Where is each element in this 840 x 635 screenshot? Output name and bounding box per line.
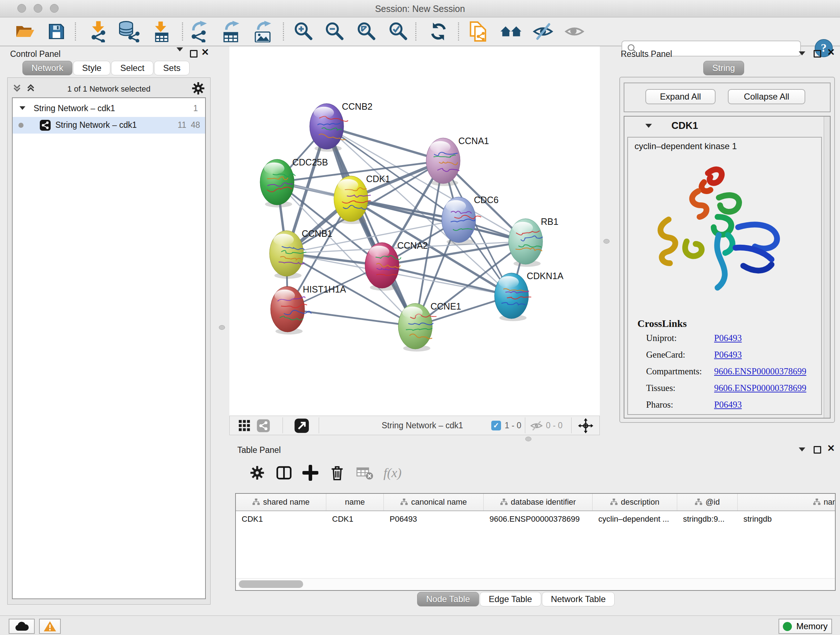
open-session-icon[interactable]: [15, 21, 35, 42]
network-edge[interactable]: [327, 126, 443, 161]
hide-selected-eye-icon[interactable]: [532, 21, 554, 42]
zoom-out-icon[interactable]: [325, 21, 344, 42]
table-cell: CDK1: [236, 511, 326, 527]
pan-crosshair-icon[interactable]: [578, 418, 594, 434]
tab-network-table[interactable]: Network Table: [542, 592, 615, 606]
column-label: canonical name: [411, 497, 467, 507]
table-horizontal-scrollbar[interactable]: [236, 578, 835, 590]
show-columns-icon[interactable]: [276, 463, 292, 482]
network-canvas[interactable]: CCNB2CCNA1CDC25BCDK1CDC6RB1CCNB1CCNA2CDK…: [229, 46, 600, 416]
crosslink-link[interactable]: P06493: [714, 400, 742, 410]
scrollbar-thumb[interactable]: [239, 580, 303, 588]
zoom-fit-icon[interactable]: [357, 21, 376, 42]
export-image-icon[interactable]: [253, 21, 273, 42]
network-node[interactable]: CDKN1A: [494, 271, 564, 321]
column-header-canonical-name[interactable]: canonical name: [384, 494, 484, 510]
cloud-button[interactable]: [9, 619, 35, 634]
panel-collapse-icon[interactable]: [799, 51, 805, 55]
import-network-icon[interactable]: [88, 21, 109, 42]
duplicate-network-icon[interactable]: [469, 21, 488, 42]
add-column-icon[interactable]: [302, 463, 318, 482]
network-options-gear-icon[interactable]: [191, 81, 205, 95]
table-row[interactable]: CDK1CDK1P064939606.ENSP00000378699cyclin…: [236, 511, 835, 527]
column-header-description[interactable]: description: [592, 494, 677, 510]
panel-close-icon[interactable]: ✕: [827, 49, 835, 56]
tab-network[interactable]: Network: [22, 61, 73, 75]
delete-column-trash-icon[interactable]: [330, 463, 344, 482]
network-node[interactable]: CCNB2: [309, 101, 373, 152]
panel-float-icon[interactable]: [190, 50, 197, 57]
node-label: CDKN1A: [527, 271, 564, 281]
network-share-badge-icon[interactable]: [256, 419, 270, 432]
selected-checkbox[interactable]: ✓: [491, 421, 501, 431]
memory-button[interactable]: Memory: [778, 619, 832, 634]
crosslink-link[interactable]: P06493: [714, 333, 742, 343]
collection-expand-icon[interactable]: [19, 106, 25, 110]
show-eye-icon[interactable]: [564, 21, 584, 42]
open-in-window-icon[interactable]: [294, 418, 309, 433]
column-header-database-identifier[interactable]: database identifier: [484, 494, 592, 510]
bottom-splitter-handle[interactable]: [525, 437, 531, 441]
panel-close-icon[interactable]: ✕: [827, 445, 835, 452]
delete-table-icon[interactable]: [356, 463, 374, 482]
node-result-expand-icon[interactable]: [645, 124, 652, 128]
node-label: HIST1H1A: [303, 284, 346, 295]
network-edge[interactable]: [382, 265, 512, 296]
tab-style[interactable]: Style: [73, 61, 111, 75]
current-network-name: String Network – cdk1: [382, 421, 463, 431]
panel-collapse-icon[interactable]: [177, 48, 183, 57]
warning-button[interactable]: [39, 619, 61, 634]
refresh-layout-icon[interactable]: [429, 21, 448, 42]
left-splitter-handle[interactable]: [219, 325, 225, 330]
network-node[interactable]: CCNB1: [270, 228, 332, 279]
network-edge[interactable]: [287, 309, 415, 326]
collapse-all-button[interactable]: Collapse All: [728, 89, 805, 104]
panel-float-icon[interactable]: [813, 50, 821, 57]
function-builder-icon[interactable]: f(x): [384, 463, 401, 482]
network-node[interactable]: CCNA1: [426, 136, 489, 186]
crosslink-link[interactable]: 9606.ENSP00000378699: [714, 366, 806, 377]
results-vertical-scrollbar[interactable]: [824, 117, 830, 418]
column-header-@id[interactable]: @id: [677, 494, 737, 510]
import-table-icon[interactable]: [151, 21, 170, 42]
table-cell: P06493: [384, 511, 484, 527]
column-header-shared-name[interactable]: shared name: [236, 494, 326, 510]
column-header-name[interactable]: name: [326, 494, 384, 510]
network-node[interactable]: CCNE1: [398, 301, 461, 352]
crosslink-link[interactable]: P06493: [714, 350, 742, 360]
network-edge[interactable]: [327, 126, 415, 326]
column-label: database identifier: [511, 497, 576, 507]
import-network-from-database-icon[interactable]: [118, 21, 140, 42]
network-row-selected[interactable]: String Network – cdk1 11 48: [13, 117, 205, 134]
export-table-icon[interactable]: [221, 21, 241, 42]
hidden-eye-icon[interactable]: [530, 420, 543, 431]
tab-sets[interactable]: Sets: [154, 61, 189, 75]
network-graph[interactable]: CCNB2CCNA1CDC25BCDK1CDC6RB1CCNB1CCNA2CDK…: [229, 46, 600, 416]
network-node[interactable]: RB1: [508, 217, 559, 267]
save-session-icon[interactable]: [48, 21, 65, 42]
control-panel: Control Panel ✕ NetworkStyleSelectSets 1…: [4, 47, 213, 608]
right-splitter-handle[interactable]: [603, 239, 609, 244]
tab-select[interactable]: Select: [111, 61, 153, 75]
export-network-icon[interactable]: [189, 21, 209, 42]
memory-status-dot-icon: [783, 622, 792, 631]
column-header-namespace[interactable]: namespace: [737, 494, 836, 510]
panel-collapse-icon[interactable]: [799, 448, 805, 451]
network-collection-row[interactable]: String Network – cdk1 1: [13, 100, 205, 117]
table-settings-gear-icon[interactable]: [249, 463, 265, 482]
network-node[interactable]: HIST1H1A: [271, 284, 346, 334]
zoom-selected-icon[interactable]: [388, 21, 408, 42]
tab-string[interactable]: String: [703, 61, 744, 75]
tab-node-table[interactable]: Node Table: [417, 592, 479, 606]
tab-edge-table[interactable]: Edge Table: [480, 592, 541, 606]
expand-all-button[interactable]: Expand All: [645, 89, 715, 104]
crosslink-label: Compartments:: [646, 366, 702, 377]
panel-close-icon[interactable]: ✕: [201, 49, 209, 56]
network-node[interactable]: CDC6: [442, 195, 499, 245]
zoom-in-icon[interactable]: [294, 21, 313, 42]
panel-float-icon[interactable]: [813, 446, 821, 454]
birds-eye-grid-icon[interactable]: [238, 420, 251, 432]
main-toolbar: ?: [0, 17, 840, 46]
crosslink-link[interactable]: 9606.ENSP00000378699: [714, 383, 806, 393]
home-icon[interactable]: [500, 21, 523, 42]
